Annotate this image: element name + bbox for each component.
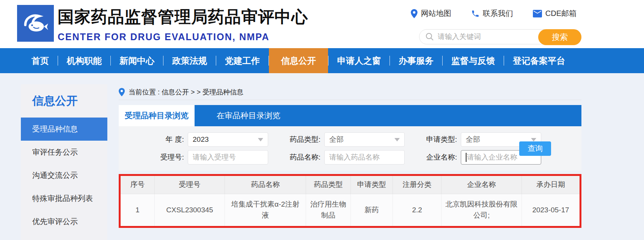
breadcrumb-pin-icon: [119, 88, 125, 96]
search-button[interactable]: 搜索: [538, 29, 581, 45]
col-header-drug-type: 药品类型: [306, 176, 350, 194]
sidebar: 信息公开 受理品种信息 审评任务公示 沟通交流公示 特殊审批品种列表 优先审评公…: [21, 84, 107, 240]
main-nav: 首页 机构职能 新闻中心 政策法规 党建工作 信息公开 申请人之窗 办事服务 监…: [0, 48, 644, 73]
site-title: 国家药品监督管理局药品审评中心: [58, 6, 308, 28]
year-select[interactable]: 2023: [188, 132, 268, 147]
chevron-down-icon: [531, 138, 536, 141]
sidebar-item-priority-review[interactable]: 优先审评公示: [21, 210, 107, 233]
year-value: 2023: [193, 135, 209, 144]
location-pin-icon: [411, 9, 418, 18]
mailbox-label: CDE邮箱: [545, 8, 576, 19]
table-row[interactable]: 1 CXSL2300345 培集成干扰素α-2注射液 治疗用生物制品 新药 2.…: [121, 194, 580, 226]
col-header-company: 企业名称: [441, 176, 522, 194]
cde-logo: [17, 5, 54, 42]
nav-item-applicant-window[interactable]: 申请人之窗: [328, 48, 390, 73]
site-subtitle: CENTER FOR DRUG EVALUATION, NMPA: [58, 31, 308, 42]
nav-item-party[interactable]: 党建工作: [216, 48, 269, 73]
nav-item-policy[interactable]: 政策法规: [163, 48, 216, 73]
tab-accepted-catalog[interactable]: 受理品种目录浏览: [119, 105, 195, 126]
breadcrumb: 当前位置 : 信息公开 > > 受理品种信息: [119, 84, 581, 100]
cell-apply-type: 新药: [350, 194, 393, 226]
breadcrumb-text: 当前位置 : 信息公开 > > 受理品种信息: [129, 88, 243, 97]
nav-item-supervision[interactable]: 监督与反馈: [443, 48, 504, 73]
chevron-down-icon: [258, 138, 263, 141]
sidebar-item-review-tasks[interactable]: 审评任务公示: [21, 141, 107, 164]
phone-icon: [471, 9, 479, 18]
tab-bar: 受理品种目录浏览 在审品种目录浏览: [119, 105, 581, 126]
site-search-bar: 搜索: [419, 29, 581, 44]
site-titles: 国家药品监督管理局药品审评中心 CENTER FOR DRUG EVALUATI…: [58, 6, 308, 42]
quick-links: 网站地图 联系我们 CDE邮箱: [411, 8, 576, 19]
cell-drug-type: 治疗用生物制品: [306, 194, 350, 226]
content: 当前位置 : 信息公开 > > 受理品种信息 受理品种目录浏览 在审品种目录浏览…: [119, 84, 581, 240]
text-cursor: [466, 153, 467, 162]
year-filter-group: 年 度: 2023: [142, 132, 268, 147]
col-header-registration-class: 注册分类: [393, 176, 441, 194]
apply-type-label: 申请类型:: [415, 135, 457, 144]
table-header-row: 序号 受理号 药品名称 药品类型 申请类型 注册分类 企业名称 承办日期: [121, 176, 580, 194]
col-header-apply-type: 申请类型: [350, 176, 393, 194]
results-table: 序号 受理号 药品名称 药品类型 申请类型 注册分类 企业名称 承办日期 1 C…: [121, 176, 580, 226]
nav-item-functions[interactable]: 机构职能: [58, 48, 110, 73]
nav-item-news[interactable]: 新闻中心: [111, 48, 163, 73]
mailbox-link[interactable]: CDE邮箱: [533, 8, 576, 19]
nav-item-services[interactable]: 办事服务: [390, 48, 442, 73]
filter-panel: 年 度: 2023 药品类型: 全部 申请类型: 全部: [119, 126, 581, 171]
nav-item-info-disclosure[interactable]: 信息公开: [269, 48, 328, 73]
drug-type-value: 全部: [329, 135, 344, 144]
year-label: 年 度:: [142, 135, 184, 144]
contact-label: 联系我们: [483, 8, 513, 19]
chevron-down-icon: [394, 138, 400, 141]
drug-type-label: 药品类型:: [279, 135, 320, 144]
company-name-label: 企业名称:: [415, 152, 457, 162]
sidebar-item-communication[interactable]: 沟通交流公示: [21, 164, 107, 187]
results-table-highlight: 序号 受理号 药品名称 药品类型 申请类型 注册分类 企业名称 承办日期 1 C…: [119, 174, 581, 228]
search-icon: [426, 33, 434, 41]
filter-row-2: 受理号: 药品名称: 企业名称:: [142, 150, 581, 165]
col-header-date: 承办日期: [521, 176, 580, 194]
acceptance-no-label: 受理号:: [142, 152, 184, 162]
main-area: 信息公开 受理品种信息 审评任务公示 沟通交流公示 特殊审批品种列表 优先审评公…: [0, 73, 644, 240]
top-header: 国家药品监督管理局药品审评中心 CENTER FOR DRUG EVALUATI…: [0, 0, 644, 48]
tab-under-review-catalog[interactable]: 在审品种目录浏览: [195, 105, 302, 126]
nav-item-home[interactable]: 首页: [23, 48, 58, 73]
drug-name-field: [324, 150, 405, 165]
nav-item-registration-platform[interactable]: 登记备案平台: [504, 48, 574, 73]
col-header-acceptance-no: 受理号: [155, 176, 225, 194]
acceptance-no-group: 受理号:: [142, 150, 268, 165]
query-button[interactable]: 查询: [519, 141, 551, 156]
acceptance-no-field: [188, 150, 268, 165]
sidebar-item-special-approval[interactable]: 特殊审批品种列表: [21, 187, 107, 210]
cell-acceptance-no: CXSL2300345: [155, 194, 225, 226]
drug-type-select[interactable]: 全部: [324, 132, 405, 147]
filter-row-1: 年 度: 2023 药品类型: 全部 申请类型: 全部: [142, 132, 581, 147]
cell-company: 北京凯因科技股份有限公司;: [441, 194, 522, 226]
col-header-drug-name: 药品名称: [225, 176, 306, 194]
cell-index: 1: [121, 194, 155, 226]
acceptance-no-input[interactable]: [193, 153, 263, 162]
apply-type-value: 全部: [466, 135, 480, 144]
envelope-icon: [533, 10, 542, 17]
drug-name-input[interactable]: [329, 153, 400, 162]
cell-registration-class: 2.2: [393, 194, 441, 226]
sitemap-label: 网站地图: [421, 8, 451, 19]
cell-drug-name: 培集成干扰素α-2注射液: [225, 194, 306, 226]
drug-name-group: 药品名称:: [279, 150, 405, 165]
cell-date: 2023-05-17: [521, 194, 580, 226]
drug-type-filter-group: 药品类型: 全部: [279, 132, 405, 147]
sitemap-link[interactable]: 网站地图: [411, 8, 451, 19]
col-header-index: 序号: [121, 176, 155, 194]
fish-logo-icon: [21, 9, 50, 38]
sidebar-item-accepted-varieties[interactable]: 受理品种信息: [21, 118, 107, 141]
contact-link[interactable]: 联系我们: [471, 8, 513, 19]
sidebar-title: 信息公开: [21, 84, 107, 118]
drug-name-label: 药品名称:: [279, 152, 320, 162]
